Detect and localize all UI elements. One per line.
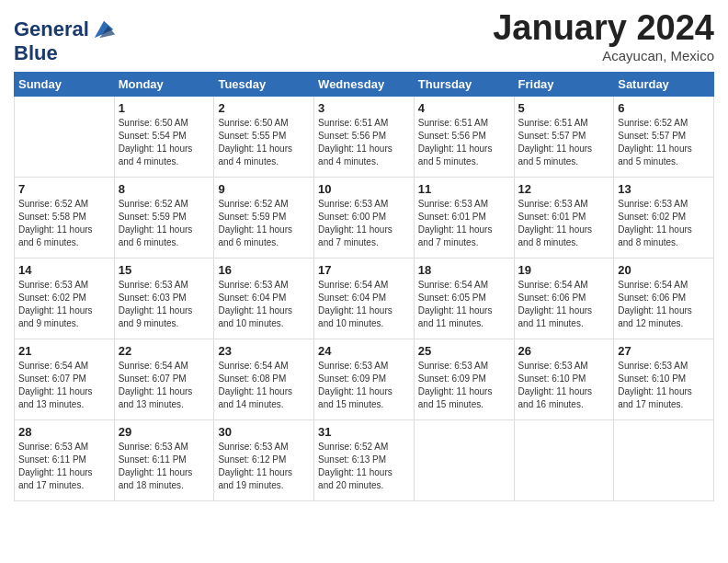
day-number: 14: [18, 263, 110, 277]
logo: General Blue: [14, 17, 117, 64]
logo-text: General: [14, 18, 89, 40]
cell-info: Sunrise: 6:53 AMSunset: 6:10 PMDaylight:…: [618, 360, 710, 411]
day-number: 27: [618, 344, 710, 358]
day-number: 29: [119, 425, 210, 439]
header-day-saturday: Saturday: [614, 73, 714, 97]
calendar-cell: 11Sunrise: 6:53 AMSunset: 6:01 PMDayligh…: [414, 178, 514, 259]
calendar-cell: [614, 420, 714, 501]
day-number: 10: [318, 182, 410, 196]
day-number: 18: [418, 263, 510, 277]
cell-info: Sunrise: 6:54 AMSunset: 6:04 PMDaylight:…: [318, 279, 410, 330]
calendar-table: SundayMondayTuesdayWednesdayThursdayFrid…: [14, 72, 714, 501]
cell-info: Sunrise: 6:52 AMSunset: 5:58 PMDaylight:…: [18, 198, 110, 249]
cell-info: Sunrise: 6:54 AMSunset: 6:08 PMDaylight:…: [218, 360, 310, 411]
calendar-week-row: 14Sunrise: 6:53 AMSunset: 6:02 PMDayligh…: [15, 259, 714, 339]
cell-info: Sunrise: 6:53 AMSunset: 6:10 PMDaylight:…: [518, 360, 610, 411]
logo-icon: [91, 17, 117, 42]
cell-info: Sunrise: 6:52 AMSunset: 6:13 PMDaylight:…: [318, 441, 410, 492]
day-number: 24: [318, 344, 410, 358]
day-number: 3: [318, 101, 410, 115]
calendar-week-row: 21Sunrise: 6:54 AMSunset: 6:07 PMDayligh…: [15, 339, 714, 420]
calendar-cell: 30Sunrise: 6:53 AMSunset: 6:12 PMDayligh…: [214, 420, 314, 501]
day-number: 2: [218, 101, 310, 115]
day-number: 28: [18, 425, 110, 439]
cell-info: Sunrise: 6:53 AMSunset: 6:01 PMDaylight:…: [518, 198, 610, 249]
day-number: 12: [518, 182, 610, 196]
cell-info: Sunrise: 6:50 AMSunset: 5:55 PMDaylight:…: [218, 117, 310, 168]
calendar-cell: 8Sunrise: 6:52 AMSunset: 5:59 PMDaylight…: [114, 178, 214, 259]
page-header: General Blue January 2024 Acayucan, Mexi…: [14, 9, 714, 64]
calendar-cell: 29Sunrise: 6:53 AMSunset: 6:11 PMDayligh…: [114, 420, 214, 501]
calendar-cell: 4Sunrise: 6:51 AMSunset: 5:56 PMDaylight…: [414, 97, 514, 178]
calendar-cell: 7Sunrise: 6:52 AMSunset: 5:58 PMDaylight…: [15, 178, 115, 259]
day-number: 4: [418, 101, 510, 115]
cell-info: Sunrise: 6:54 AMSunset: 6:07 PMDaylight:…: [18, 360, 110, 411]
calendar-cell: 25Sunrise: 6:53 AMSunset: 6:09 PMDayligh…: [414, 339, 514, 420]
calendar-cell: 16Sunrise: 6:53 AMSunset: 6:04 PMDayligh…: [214, 259, 314, 339]
title-block: January 2024 Acayucan, Mexico: [493, 9, 714, 63]
cell-info: Sunrise: 6:53 AMSunset: 6:02 PMDaylight:…: [18, 279, 110, 330]
day-number: 11: [418, 182, 510, 196]
cell-info: Sunrise: 6:51 AMSunset: 5:56 PMDaylight:…: [418, 117, 510, 168]
day-number: 20: [618, 263, 710, 277]
calendar-cell: 5Sunrise: 6:51 AMSunset: 5:57 PMDaylight…: [514, 97, 614, 178]
day-number: 6: [618, 101, 710, 115]
calendar-cell: 20Sunrise: 6:54 AMSunset: 6:06 PMDayligh…: [614, 259, 714, 339]
calendar-cell: [15, 97, 115, 178]
header-day-wednesday: Wednesday: [314, 73, 415, 97]
cell-info: Sunrise: 6:53 AMSunset: 6:04 PMDaylight:…: [218, 279, 310, 330]
day-number: 9: [218, 182, 310, 196]
cell-info: Sunrise: 6:54 AMSunset: 6:06 PMDaylight:…: [618, 279, 710, 330]
cell-info: Sunrise: 6:52 AMSunset: 5:59 PMDaylight:…: [119, 198, 210, 249]
day-number: 31: [318, 425, 410, 439]
cell-info: Sunrise: 6:53 AMSunset: 6:00 PMDaylight:…: [318, 198, 410, 249]
calendar-week-row: 1Sunrise: 6:50 AMSunset: 5:54 PMDaylight…: [15, 97, 714, 178]
calendar-cell: 15Sunrise: 6:53 AMSunset: 6:03 PMDayligh…: [114, 259, 214, 339]
cell-info: Sunrise: 6:53 AMSunset: 6:11 PMDaylight:…: [119, 441, 210, 492]
day-number: 15: [119, 263, 210, 277]
cell-info: Sunrise: 6:51 AMSunset: 5:56 PMDaylight:…: [318, 117, 410, 168]
calendar-cell: 23Sunrise: 6:54 AMSunset: 6:08 PMDayligh…: [214, 339, 314, 420]
calendar-cell: 13Sunrise: 6:53 AMSunset: 6:02 PMDayligh…: [614, 178, 714, 259]
day-number: 21: [18, 344, 110, 358]
calendar-cell: 26Sunrise: 6:53 AMSunset: 6:10 PMDayligh…: [514, 339, 614, 420]
calendar-cell: 31Sunrise: 6:52 AMSunset: 6:13 PMDayligh…: [314, 420, 415, 501]
calendar-cell: 6Sunrise: 6:52 AMSunset: 5:57 PMDaylight…: [614, 97, 714, 178]
cell-info: Sunrise: 6:53 AMSunset: 6:09 PMDaylight:…: [418, 360, 510, 411]
cell-info: Sunrise: 6:52 AMSunset: 5:57 PMDaylight:…: [618, 117, 710, 168]
day-number: 30: [218, 425, 310, 439]
calendar-cell: 28Sunrise: 6:53 AMSunset: 6:11 PMDayligh…: [15, 420, 115, 501]
header-day-friday: Friday: [514, 73, 614, 97]
cell-info: Sunrise: 6:54 AMSunset: 6:07 PMDaylight:…: [119, 360, 210, 411]
day-number: 7: [18, 182, 110, 196]
calendar-cell: 9Sunrise: 6:52 AMSunset: 5:59 PMDaylight…: [214, 178, 314, 259]
cell-info: Sunrise: 6:52 AMSunset: 5:59 PMDaylight:…: [218, 198, 310, 249]
cell-info: Sunrise: 6:51 AMSunset: 5:57 PMDaylight:…: [518, 117, 610, 168]
day-number: 23: [218, 344, 310, 358]
calendar-cell: 12Sunrise: 6:53 AMSunset: 6:01 PMDayligh…: [514, 178, 614, 259]
location: Acayucan, Mexico: [493, 48, 714, 63]
day-number: 1: [119, 101, 210, 115]
cell-info: Sunrise: 6:50 AMSunset: 5:54 PMDaylight:…: [119, 117, 210, 168]
calendar-cell: 21Sunrise: 6:54 AMSunset: 6:07 PMDayligh…: [15, 339, 115, 420]
calendar-cell: [514, 420, 614, 501]
cell-info: Sunrise: 6:53 AMSunset: 6:01 PMDaylight:…: [418, 198, 510, 249]
calendar-cell: 27Sunrise: 6:53 AMSunset: 6:10 PMDayligh…: [614, 339, 714, 420]
cell-info: Sunrise: 6:53 AMSunset: 6:09 PMDaylight:…: [318, 360, 410, 411]
calendar-cell: 2Sunrise: 6:50 AMSunset: 5:55 PMDaylight…: [214, 97, 314, 178]
calendar-cell: 3Sunrise: 6:51 AMSunset: 5:56 PMDaylight…: [314, 97, 415, 178]
calendar-week-row: 7Sunrise: 6:52 AMSunset: 5:58 PMDaylight…: [15, 178, 714, 259]
cell-info: Sunrise: 6:53 AMSunset: 6:02 PMDaylight:…: [618, 198, 710, 249]
calendar-cell: 17Sunrise: 6:54 AMSunset: 6:04 PMDayligh…: [314, 259, 415, 339]
day-number: 17: [318, 263, 410, 277]
cell-info: Sunrise: 6:53 AMSunset: 6:11 PMDaylight:…: [18, 441, 110, 492]
calendar-week-row: 28Sunrise: 6:53 AMSunset: 6:11 PMDayligh…: [15, 420, 714, 501]
day-number: 22: [119, 344, 210, 358]
calendar-cell: 14Sunrise: 6:53 AMSunset: 6:02 PMDayligh…: [15, 259, 115, 339]
logo-blue-text: Blue: [14, 41, 58, 64]
header-day-monday: Monday: [114, 73, 214, 97]
month-title: January 2024: [493, 9, 714, 48]
calendar-cell: [414, 420, 514, 501]
day-number: 26: [518, 344, 610, 358]
calendar-cell: 24Sunrise: 6:53 AMSunset: 6:09 PMDayligh…: [314, 339, 415, 420]
